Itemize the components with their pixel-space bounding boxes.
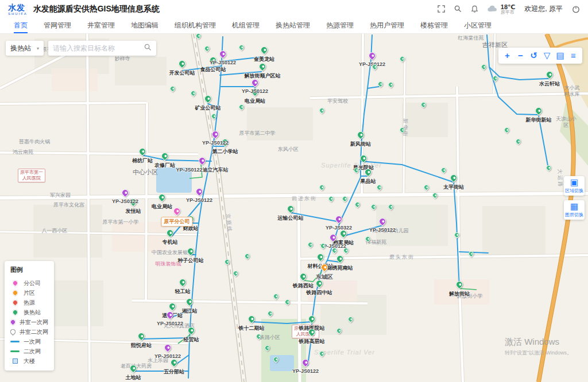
app-logo: 水发 SHUIFA — [8, 3, 28, 15]
legend-item: 换热站 — [10, 307, 48, 317]
marker-label: 锦绣苑南站 — [327, 264, 353, 272]
pin-icon — [514, 138, 522, 145]
weather-widget: 18℃ 原平市 — [488, 3, 516, 15]
nav-tab-heat-source[interactable]: 热源管理 — [326, 18, 354, 33]
bell-icon[interactable] — [471, 5, 478, 13]
pin-icon — [169, 358, 179, 368]
pin-icon — [299, 272, 308, 282]
category-select-value: 换热站 — [10, 44, 31, 53]
pin-icon — [387, 203, 394, 211]
activation-subtitle: 转到“设置”以激活 Windows。 — [505, 349, 572, 357]
nav-tab-building[interactable]: 楼栋管理 — [420, 18, 448, 33]
search-submit-icon[interactable] — [144, 43, 152, 53]
zoom-out-icon[interactable]: − — [514, 48, 527, 64]
layer-switch-button[interactable]: ▦图层切换 — [564, 200, 585, 220]
pin-icon — [378, 217, 388, 227]
marker-label: YP-JS0122 — [112, 198, 138, 204]
pin-icon — [356, 130, 366, 140]
pin-icon — [376, 184, 383, 191]
pin-icon — [399, 55, 406, 63]
nav-tab-well[interactable]: 井室管理 — [87, 18, 115, 33]
legend-label: 井室二次网 — [20, 328, 48, 336]
nav-tab-exchange-station[interactable]: 换热站管理 — [276, 18, 310, 33]
pin-icon — [534, 106, 544, 116]
markers-layer: 金美龙站食品公司站开发公司站解放街顺户区站电业局站矿业公司站水云轩站新华街新站新… — [0, 34, 588, 382]
settings-icon[interactable]: ≡ — [567, 48, 580, 64]
pin-icon — [121, 188, 130, 198]
power-icon[interactable] — [572, 5, 580, 13]
pin-icon — [195, 187, 204, 197]
legend-pin-icon — [10, 310, 20, 315]
marker-label: 矿业公司站 — [195, 104, 221, 112]
legend-title: 图例 — [10, 266, 48, 274]
marker-label: 熙悦府站 — [131, 342, 152, 349]
legend-line-icon — [10, 350, 20, 352]
map-canvas[interactable]: 原平实验中学妙样寺吉祥新区红海棠佳苑大小武村水库天凉山小区平安驾校原平市第二中学… — [0, 34, 588, 382]
zoom-in-icon[interactable]: + — [501, 48, 514, 64]
pin-icon — [347, 315, 354, 323]
pin-icon — [186, 247, 196, 256]
layers-icon[interactable]: ▤ — [554, 48, 567, 64]
nav-tab-home[interactable]: 首页 — [14, 18, 28, 33]
marker-label: YP-JS0122 — [242, 88, 268, 94]
pin-icon — [480, 63, 488, 71]
fullscreen-icon[interactable] — [438, 5, 445, 13]
marker-label: 原平分公司 — [161, 217, 193, 227]
nav-tab-unit[interactable]: 机组管理 — [232, 18, 260, 33]
legend-label: 大楼 — [24, 357, 35, 365]
pin-icon — [247, 314, 257, 324]
legend-pin-icon — [10, 280, 20, 286]
search-icon[interactable] — [454, 5, 462, 13]
pin-icon — [370, 203, 377, 211]
pin-icon — [243, 252, 251, 260]
pin-icon — [138, 147, 148, 157]
marker-label: 第二小学站 — [212, 148, 238, 155]
pin-icon — [203, 45, 211, 52]
logo-text-en: SHUIFA — [8, 12, 28, 15]
pin-icon — [423, 184, 430, 191]
legend-label: 二次网 — [24, 348, 41, 356]
reset-view-icon[interactable]: ↺ — [527, 48, 540, 64]
legend-label: 井室一次网 — [20, 318, 48, 326]
category-select[interactable]: 换热站 ▾ — [6, 41, 44, 56]
region-switch-button[interactable]: ▣区域切换 — [564, 176, 585, 196]
nav-tab-community[interactable]: 小区管理 — [464, 18, 492, 33]
marker-label: YP-JS0122 — [202, 140, 229, 146]
marker-label: 铁路高层站 — [299, 338, 325, 345]
marker-label: 发恒站 — [126, 208, 141, 215]
pin-icon — [301, 358, 311, 368]
pin-icon — [177, 59, 187, 69]
map-toolbar: +−↺▽▤≡ — [498, 48, 582, 64]
pin-icon — [364, 235, 372, 243]
pin-icon — [238, 44, 245, 51]
pin-icon — [455, 280, 465, 290]
weather-cloud-icon — [488, 4, 498, 14]
pin-icon — [318, 350, 326, 357]
search-input[interactable] — [53, 44, 144, 52]
pin-icon — [286, 204, 296, 214]
legend-label: 热源 — [24, 299, 35, 307]
legend-item: 分公司 — [10, 278, 48, 288]
nav-tab-map-edit[interactable]: 地图编辑 — [131, 18, 158, 33]
nav-tab-heat-user[interactable]: 热用户管理 — [370, 18, 404, 33]
pin-icon — [203, 94, 213, 104]
pin-icon — [266, 310, 274, 317]
nav-tab-organization[interactable]: 组织机构管理 — [175, 18, 216, 33]
pin-icon — [335, 327, 343, 334]
marker-label: 种子公司站 — [178, 257, 204, 264]
marker-label: 运输公司站 — [278, 215, 304, 222]
pin-icon — [453, 231, 461, 239]
logo-text-cn: 水发 — [8, 3, 28, 11]
legend-label: 片区 — [24, 289, 35, 297]
nav-tab-pipe-network[interactable]: 管网管理 — [44, 18, 71, 33]
marker-label: YP-JS0122迪立汽车站 — [176, 166, 228, 174]
marker-label: 电业局站 — [245, 98, 265, 105]
pin-icon — [189, 89, 197, 97]
pin-icon — [318, 184, 326, 191]
marker-label: 新风街站 — [350, 141, 371, 148]
nav-tabs: 首页管网管理井室管理地图编辑组织机构管理机组管理换热站管理热源管理热用户管理楼栋… — [0, 18, 588, 34]
pin-icon — [449, 173, 459, 183]
pin-icon — [503, 126, 510, 134]
windows-activation-watermark: 激活 Windows 转到“设置”以激活 Windows。 — [505, 337, 572, 357]
filter-icon[interactable]: ▽ — [540, 48, 554, 64]
